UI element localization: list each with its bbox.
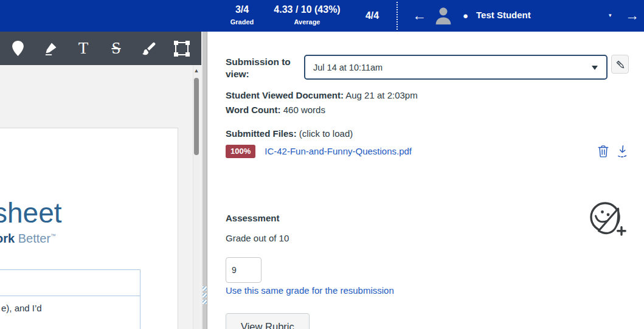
- submission-select-value: Jul 14 at 10:11am: [313, 63, 383, 72]
- submitted-file-link[interactable]: IC-42-Fun-and-Funny-Questions.pdf: [265, 146, 412, 156]
- student-viewed-line: Student Viewed Document: Aug 21 at 2:03p…: [226, 90, 629, 101]
- submission-to-view-label: Submission to view:: [226, 55, 304, 80]
- document-viewer-panel: T S sheet ork Better™: [0, 32, 201, 329]
- document-page: sheet ork Better™ e), and I’d: [0, 128, 178, 329]
- submission-select[interactable]: Jul 14 at 10:11am: [304, 55, 608, 80]
- point-annotation-button[interactable]: [1, 32, 34, 65]
- word-count-label: Word Count:: [226, 105, 281, 115]
- brand-regular-text: Better: [18, 232, 50, 245]
- topbar-separator: [396, 2, 398, 30]
- topbar: 3/4 Graded 4.33 / 10 (43%) Average 4/4 ←…: [0, 0, 644, 32]
- submitted-files-hint: (click to load): [299, 128, 353, 139]
- area-selection-tool-button[interactable]: [165, 32, 198, 65]
- student-viewed-label: Student Viewed Document:: [226, 90, 344, 100]
- average-stat: 4.33 / 10 (43%) Average: [255, 0, 359, 26]
- graded-status-dot-icon: ●: [463, 11, 468, 20]
- strikeout-tool-button[interactable]: S: [100, 32, 133, 65]
- panel-resize-divider[interactable]: [201, 32, 207, 329]
- student-avatar-icon: [432, 4, 455, 27]
- trash-icon: [597, 144, 609, 158]
- grading-panel: Submission to view: Jul 14 at 10:11am St…: [207, 32, 644, 329]
- student-menu-caret-icon[interactable]: ▾: [609, 12, 612, 18]
- brand-bold-fragment: ork: [0, 232, 15, 245]
- edit-submission-button[interactable]: [611, 55, 629, 74]
- submitted-files-line: Submitted Files: (click to load): [226, 128, 629, 139]
- pencil-icon: [615, 59, 626, 70]
- sticker-smiley-icon: [587, 199, 628, 238]
- text-icon: T: [78, 40, 89, 57]
- add-sticker-button[interactable]: [587, 199, 628, 238]
- delete-file-button[interactable]: [597, 144, 609, 158]
- previous-student-button[interactable]: ←: [412, 6, 426, 24]
- document-table-row-empty: [0, 270, 140, 296]
- submission-to-view-row: Submission to view: Jul 14 at 10:11am: [226, 55, 629, 80]
- submitted-files-label: Submitted Files:: [226, 128, 297, 139]
- student-viewed-value: Aug 21 at 2:03pm: [345, 90, 417, 100]
- word-count-line: Word Count: 460 words: [226, 105, 629, 116]
- download-icon: [615, 144, 629, 158]
- speedgrader-app: 3/4 Graded 4.33 / 10 (43%) Average 4/4 ←…: [0, 0, 644, 329]
- view-rubric-button[interactable]: View Rubric: [226, 313, 310, 329]
- student-name: Test Student: [476, 10, 531, 20]
- area-selection-icon: [175, 42, 189, 55]
- document-preview: sheet ork Better™ e), and I’d ▲: [0, 65, 201, 329]
- highlighter-icon: [43, 41, 58, 57]
- highlight-tool-button[interactable]: [34, 32, 67, 65]
- free-text-tool-button[interactable]: T: [67, 32, 100, 65]
- divider-grip-handle[interactable]: [201, 32, 207, 304]
- scrollbar-thumb[interactable]: [194, 78, 199, 155]
- submissions-ratio: 4/4: [358, 6, 387, 21]
- average-value: 4.33 / 10 (43%): [255, 5, 359, 15]
- grade-out-of-label: Grade out of 10: [226, 233, 629, 243]
- brush-icon: [141, 41, 157, 57]
- draw-tool-button[interactable]: [133, 32, 165, 65]
- document-brand-line: ork Better™: [0, 232, 56, 246]
- average-label: Average: [255, 18, 359, 26]
- file-info: 100% IC-42-Fun-and-Funny-Questions.pdf: [226, 145, 412, 158]
- document-scrollbar[interactable]: ▲: [193, 65, 199, 329]
- download-file-button[interactable]: [615, 144, 629, 158]
- pin-icon: [10, 40, 26, 57]
- similarity-score-badge[interactable]: 100%: [226, 145, 255, 158]
- submitted-file-row: 100% IC-42-Fun-and-Funny-Questions.pdf: [226, 144, 629, 158]
- grade-input[interactable]: [226, 257, 261, 283]
- document-headline-fragment: sheet: [0, 196, 62, 229]
- annotation-toolbar: T S: [0, 32, 201, 65]
- next-student-button[interactable]: →: [625, 6, 639, 24]
- use-same-grade-link[interactable]: Use this same grade for the resubmission: [226, 285, 394, 296]
- submissions-ratio-value: 4/4: [358, 11, 387, 21]
- trademark-symbol: ™: [50, 233, 56, 239]
- document-table: e), and I’d: [0, 269, 140, 329]
- assessment-title: Assessment: [226, 213, 629, 223]
- strikethrough-icon: S: [111, 40, 120, 57]
- file-actions: [597, 144, 629, 158]
- document-body-fragment: e), and I’d: [0, 296, 140, 313]
- word-count-value: 460 words: [283, 105, 325, 115]
- scroll-up-arrow-icon[interactable]: ▲: [193, 68, 199, 74]
- select-caret-icon: [592, 66, 598, 70]
